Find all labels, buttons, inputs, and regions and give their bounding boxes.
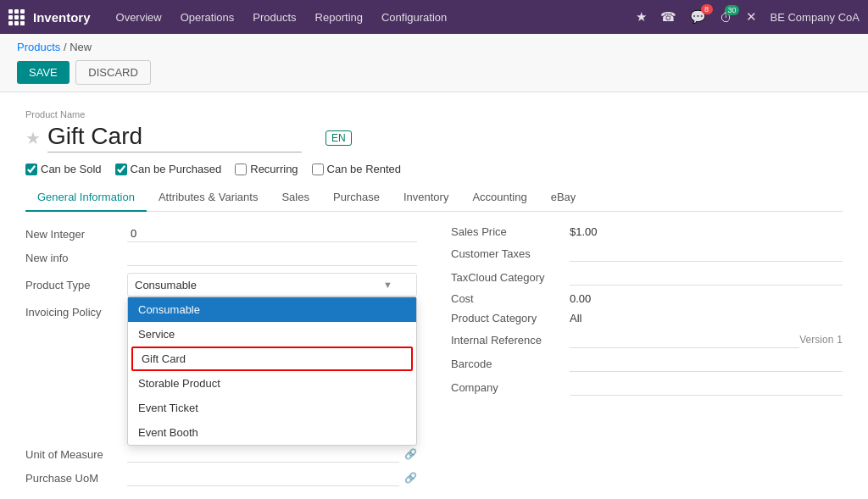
purchase-uom-external-link-icon[interactable]: 🔗 xyxy=(404,472,417,484)
dropdown-item-service[interactable]: Service xyxy=(128,322,416,347)
product-type-display[interactable]: Consumable ▼ xyxy=(127,273,417,297)
nav-products[interactable]: Products xyxy=(244,6,304,29)
customer-taxes-input[interactable] xyxy=(570,245,843,262)
phone-icon[interactable]: ☎ xyxy=(657,6,680,28)
new-integer-label: New Integer xyxy=(25,228,127,241)
can-be-rented-checkbox[interactable]: Can be Rented xyxy=(312,163,401,175)
barcode-label: Barcode xyxy=(451,358,570,370)
taxcloud-category-input[interactable] xyxy=(570,269,843,286)
sales-price-value: $1.00 xyxy=(570,225,843,238)
cost-label: Cost xyxy=(451,292,570,305)
dropdown-item-event-ticket[interactable]: Event Ticket xyxy=(128,396,416,420)
tab-ebay[interactable]: eBay xyxy=(539,184,588,212)
dropdown-item-consumable[interactable]: Consumable xyxy=(128,297,416,322)
messages-icon[interactable]: 💬 8 xyxy=(687,6,709,28)
cost-row: Cost 0.00 xyxy=(451,292,843,305)
product-type-dropdown[interactable]: Consumable Service Gift Card Storable Pr… xyxy=(127,297,417,446)
nav-reporting[interactable]: Reporting xyxy=(307,6,371,29)
discard-button[interactable]: DISCARD xyxy=(75,60,151,85)
tab-inventory[interactable]: Inventory xyxy=(392,184,460,212)
breadcrumb-current: New xyxy=(70,41,92,53)
unit-of-measure-external-link-icon[interactable]: 🔗 xyxy=(404,448,417,460)
new-info-input[interactable] xyxy=(127,249,417,266)
search-icon[interactable]: ★ xyxy=(632,6,650,28)
invoicing-policy-label: Invoicing Policy xyxy=(25,306,127,319)
nav-operations[interactable]: Operations xyxy=(172,6,243,29)
close-icon[interactable]: ✕ xyxy=(743,6,760,28)
company-input[interactable] xyxy=(570,379,843,396)
tab-purchase[interactable]: Purchase xyxy=(321,184,392,212)
product-category-label: Product Category xyxy=(451,312,570,324)
recurring-checkbox[interactable]: Recurring xyxy=(235,163,298,175)
can-be-purchased-checkbox[interactable]: Can be Purchased xyxy=(115,163,222,175)
top-navigation: Inventory Overview Operations Products R… xyxy=(0,0,868,34)
language-badge[interactable]: EN xyxy=(326,130,352,146)
recurring-label: Recurring xyxy=(250,163,298,175)
barcode-row: Barcode xyxy=(451,355,843,372)
version-value: 1 xyxy=(837,334,843,346)
form-left-column: New Integer New info Product Type Consum… xyxy=(25,225,417,493)
apps-icon[interactable] xyxy=(8,9,25,25)
dropdown-item-gift-card[interactable]: Gift Card xyxy=(131,347,413,371)
can-be-purchased-label: Can be Purchased xyxy=(131,163,222,175)
activity-icon[interactable]: ⏱ 30 xyxy=(716,7,736,28)
dropdown-item-event-booth[interactable]: Event Booth xyxy=(128,420,416,445)
product-header: Product Name ★ Gift Card EN xyxy=(25,109,843,152)
product-name-label: Product Name xyxy=(25,109,843,119)
breadcrumb: Products / New xyxy=(17,41,851,53)
can-be-sold-checkbox[interactable]: Can be Sold xyxy=(25,163,102,175)
internal-reference-input[interactable] xyxy=(570,331,799,348)
version-label: Version xyxy=(799,334,833,346)
chevron-down-icon: ▼ xyxy=(383,280,392,290)
tab-general-information[interactable]: General Information xyxy=(25,184,147,212)
internal-reference-label: Internal Reference xyxy=(451,334,570,347)
dropdown-item-storable[interactable]: Storable Product xyxy=(128,371,416,396)
internal-reference-row: Internal Reference Version 1 xyxy=(451,331,843,348)
company-row: Company xyxy=(451,379,843,396)
unit-of-measure-label: Unit of Measure xyxy=(25,448,127,461)
tab-accounting[interactable]: Accounting xyxy=(460,184,538,212)
product-title[interactable]: Gift Card xyxy=(47,123,302,152)
nav-configuration[interactable]: Configuration xyxy=(373,6,455,29)
can-be-sold-label: Can be Sold xyxy=(41,163,102,175)
customer-taxes-row: Customer Taxes xyxy=(451,245,843,262)
action-buttons: SAVE DISCARD xyxy=(17,60,851,85)
checkboxes-row: Can be Sold Can be Purchased Recurring C… xyxy=(25,163,843,175)
app-brand[interactable]: Inventory xyxy=(33,10,91,25)
tab-attributes-variants[interactable]: Attributes & Variants xyxy=(147,184,270,212)
messages-badge: 8 xyxy=(701,4,713,14)
tab-sales[interactable]: Sales xyxy=(270,184,321,212)
purchase-uom-input[interactable] xyxy=(127,469,399,486)
product-title-row: ★ Gift Card EN xyxy=(25,123,843,152)
product-type-select[interactable]: Consumable ▼ Consumable Service Gift Car… xyxy=(127,273,417,297)
new-info-row: New info xyxy=(25,249,417,266)
new-info-label: New info xyxy=(25,252,127,264)
unit-of-measure-input[interactable] xyxy=(127,446,399,463)
cost-value: 0.00 xyxy=(570,292,843,305)
purchase-uom-row: Purchase UoM 🔗 xyxy=(25,469,417,486)
nav-right-icons: ★ ☎ 💬 8 ⏱ 30 ✕ BE Company CoA xyxy=(632,6,860,28)
company-field-label: Company xyxy=(451,381,570,394)
nav-menu: Overview Operations Products Reporting C… xyxy=(108,6,629,29)
purchase-uom-label: Purchase UoM xyxy=(25,472,127,485)
favorite-star-icon[interactable]: ★ xyxy=(25,128,41,148)
form-area: New Integer New info Product Type Consum… xyxy=(25,225,843,493)
taxcloud-category-row: TaxCloud Category xyxy=(451,269,843,286)
product-category-value: All xyxy=(570,312,843,324)
sub-header: Products / New SAVE DISCARD xyxy=(0,34,868,92)
save-button[interactable]: SAVE xyxy=(17,61,70,84)
can-be-rented-label: Can be Rented xyxy=(327,163,401,175)
breadcrumb-parent[interactable]: Products xyxy=(17,41,60,53)
activity-badge: 30 xyxy=(725,5,738,15)
unit-of-measure-row: Unit of Measure 🔗 xyxy=(25,446,417,463)
taxcloud-category-label: TaxCloud Category xyxy=(451,271,570,284)
nav-overview[interactable]: Overview xyxy=(108,6,170,29)
new-integer-input[interactable] xyxy=(127,225,417,242)
sales-price-label: Sales Price xyxy=(451,225,570,238)
barcode-input[interactable] xyxy=(570,355,843,372)
product-type-row: Product Type Consumable ▼ Consumable Ser… xyxy=(25,273,417,297)
product-type-label: Product Type xyxy=(25,279,127,291)
new-integer-row: New Integer xyxy=(25,225,417,242)
product-type-value: Consumable xyxy=(135,279,197,291)
customer-taxes-label: Customer Taxes xyxy=(451,247,570,260)
